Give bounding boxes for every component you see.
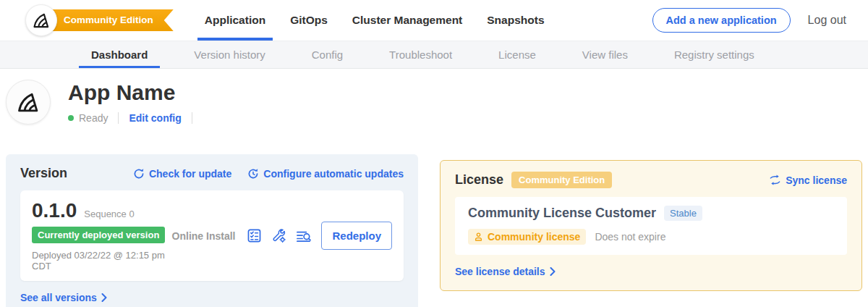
divider — [118, 112, 119, 124]
sync-license-label: Sync license — [786, 174, 847, 186]
app-meta: App Name Ready Edit config — [68, 78, 203, 124]
primary-nav: Application GitOps Cluster Management Sn… — [192, 0, 557, 41]
license-details-panel: Community License Customer Stable Commun… — [455, 197, 847, 255]
ready-status-dot — [68, 115, 74, 121]
sync-icon — [769, 174, 781, 185]
add-new-application-button[interactable]: Add a new application — [652, 8, 791, 33]
nav-item-gitops[interactable]: GitOps — [283, 0, 335, 41]
customer-name: Community License Customer — [468, 206, 656, 221]
app-status-row: Ready Edit config — [68, 112, 203, 124]
topnav-right: Add a new application Log out — [652, 8, 846, 33]
app-header: App Name Ready Edit config — [0, 69, 868, 151]
see-license-details-link[interactable]: See license details — [455, 266, 556, 277]
status-badge: Ready — [79, 112, 108, 124]
deployed-timestamp: Deployed 03/22/22 @ 12:15 pm CDT — [32, 250, 172, 272]
brand: Community Edition — [25, 4, 174, 36]
version-actions: Online Install — [172, 222, 392, 250]
page-title: App Name — [68, 80, 203, 106]
version-card-actions: Check for update Configure automatic upd… — [133, 168, 404, 180]
license-type-badge: Community license — [468, 229, 586, 245]
tab-config[interactable]: Config — [299, 41, 355, 68]
person-icon — [474, 232, 483, 242]
auto-update-icon — [247, 168, 259, 180]
see-license-details-label: See license details — [455, 266, 545, 277]
redeploy-button[interactable]: Redeploy — [321, 222, 392, 250]
preflight-checks-icon[interactable] — [247, 228, 262, 243]
check-for-update-label: Check for update — [149, 168, 231, 180]
config-wrench-icon[interactable] — [271, 228, 286, 243]
dashboard-cards: Version Check for update Configure au — [0, 151, 868, 307]
logout-button[interactable]: Log out — [808, 14, 846, 27]
license-card-title: License — [455, 172, 503, 188]
configure-automatic-updates-link[interactable]: Configure automatic updates — [247, 168, 404, 180]
see-all-versions-label: See all versions — [20, 292, 97, 303]
tab-license[interactable]: License — [486, 41, 548, 68]
nav-item-snapshots[interactable]: Snapshots — [480, 0, 551, 41]
app-subnav: Dashboard Version history Config Trouble… — [0, 41, 868, 69]
replicated-logo[interactable] — [25, 4, 57, 36]
divider — [192, 112, 192, 124]
view-diff-icon[interactable] — [296, 228, 312, 243]
current-version-panel: 0.1.0 Sequence 0 Currently deployed vers… — [20, 190, 404, 281]
version-info: 0.1.0 Sequence 0 Currently deployed vers… — [32, 200, 172, 272]
nav-item-application[interactable]: Application — [197, 0, 273, 41]
install-type-label: Online Install — [172, 230, 236, 242]
replicated-mark-icon — [32, 11, 51, 30]
version-card: Version Check for update Configure au — [6, 154, 418, 307]
nav-item-cluster-management[interactable]: Cluster Management — [345, 0, 469, 41]
refresh-icon — [133, 168, 145, 180]
version-number: 0.1.0 — [32, 200, 77, 222]
top-navbar: Community Edition Application GitOps Clu… — [0, 0, 868, 41]
app-logo-icon — [16, 90, 41, 114]
app-avatar — [6, 80, 51, 125]
tab-version-history[interactable]: Version history — [182, 41, 277, 68]
sequence-label: Sequence 0 — [84, 209, 134, 219]
license-card-actions: Sync license — [769, 174, 847, 186]
license-card-header: License Community Edition Sync license — [455, 172, 847, 188]
tab-view-files[interactable]: View files — [570, 41, 640, 68]
license-card: License Community Edition Sync license C… — [440, 160, 862, 291]
check-for-update-link[interactable]: Check for update — [133, 168, 231, 180]
license-edition-badge: Community Edition — [511, 172, 612, 188]
community-edition-ribbon: Community Edition — [46, 9, 174, 31]
expiration-text: Does not expire — [595, 231, 665, 243]
tab-dashboard[interactable]: Dashboard — [79, 41, 160, 68]
tab-troubleshoot[interactable]: Troubleshoot — [377, 41, 464, 68]
sync-license-link[interactable]: Sync license — [769, 174, 847, 186]
channel-badge: Stable — [664, 206, 702, 221]
see-all-versions-link[interactable]: See all versions — [20, 292, 107, 303]
edit-config-link[interactable]: Edit config — [129, 112, 181, 124]
version-card-header: Version Check for update Configure au — [20, 166, 404, 181]
chevron-right-icon — [550, 267, 556, 276]
tab-registry-settings[interactable]: Registry settings — [662, 41, 767, 68]
configure-automatic-updates-label: Configure automatic updates — [263, 168, 404, 180]
version-card-title: Version — [20, 166, 67, 181]
license-type-label: Community license — [488, 231, 580, 243]
chevron-right-icon — [101, 293, 107, 302]
currently-deployed-badge: Currently deployed version — [32, 227, 165, 243]
